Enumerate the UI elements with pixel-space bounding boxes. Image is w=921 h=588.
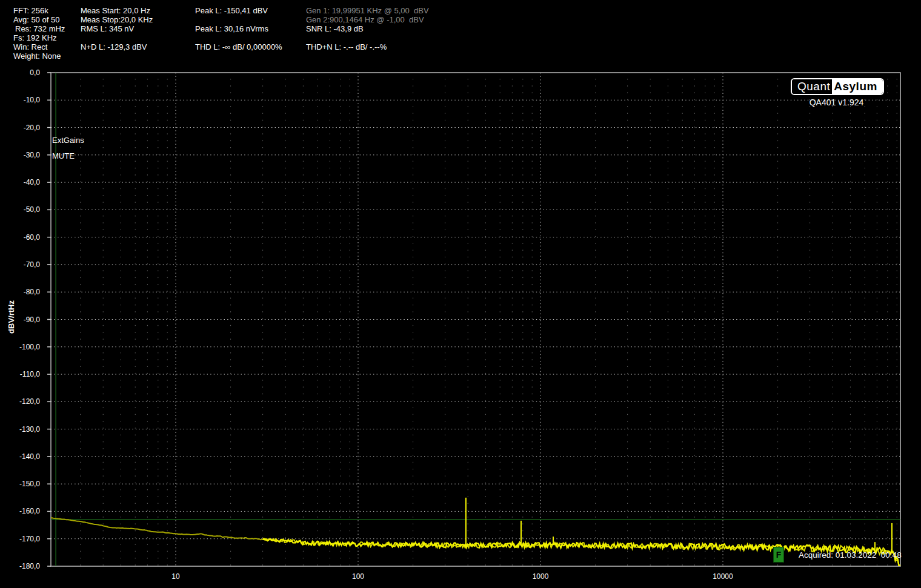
y-tick-label: -160,0 xyxy=(0,507,40,515)
y-tick-label: -110,0 xyxy=(0,370,40,378)
y-tick-label: -80,0 xyxy=(0,288,40,296)
y-tick-label: -120,0 xyxy=(0,397,40,406)
y-tick-label: -90,0 xyxy=(0,315,40,324)
x-tick-label: 100 xyxy=(352,572,364,581)
x-tick-label: 10000 xyxy=(713,572,733,581)
y-tick-label: -40,0 xyxy=(0,178,40,187)
marker-flag[interactable]: F xyxy=(773,547,784,563)
firmware-version: QA401 v1.924 xyxy=(791,97,882,107)
y-tick-label: -150,0 xyxy=(0,480,40,488)
qa401-window: FFT: 256k Avg: 50 of 50 Res: 732 mHz Fs:… xyxy=(0,0,921,588)
y-tick-label: -50,0 xyxy=(0,205,40,214)
y-tick-label: -10,0 xyxy=(0,96,40,104)
y-tick-label: -30,0 xyxy=(0,151,40,159)
mute-indicator: MUTE xyxy=(52,151,75,160)
y-tick-label: -100,0 xyxy=(0,343,40,351)
logo-asylum: Asylum xyxy=(832,79,883,94)
y-tick-label: -140,0 xyxy=(0,452,40,461)
y-tick-label: 0,0 xyxy=(0,68,40,77)
spectrum-plot[interactable] xyxy=(0,0,921,588)
logo-quant: Quant xyxy=(792,79,832,94)
noise-trace xyxy=(51,518,263,540)
y-tick-label: -170,0 xyxy=(0,535,40,543)
x-tick-label: 1000 xyxy=(533,572,549,581)
quantasylum-logo: Quant Asylum xyxy=(791,78,884,95)
y-tick-label: -20,0 xyxy=(0,124,40,132)
y-tick-label: -180,0 xyxy=(0,562,40,570)
x-tick-label: 10 xyxy=(171,572,179,581)
y-tick-label: -60,0 xyxy=(0,233,40,242)
acquired-timestamp: Acquired: 01.03.2022 00:48 xyxy=(799,550,902,560)
ext-gains-indicator: ExtGains xyxy=(52,136,84,145)
y-tick-label: -70,0 xyxy=(0,260,40,269)
y-tick-label: -130,0 xyxy=(0,425,40,434)
